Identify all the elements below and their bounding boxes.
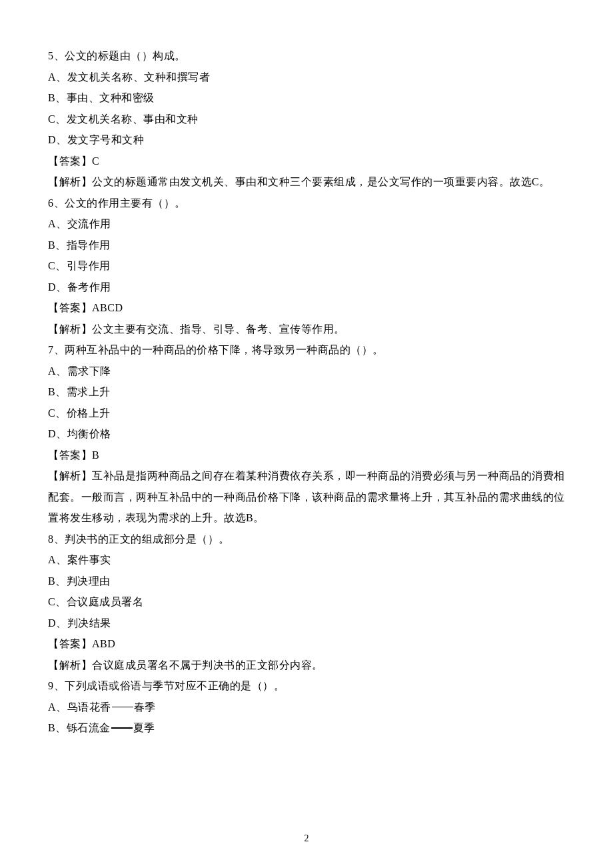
question-stem: 8、判决书的正文的组成部分是（）。 (48, 529, 565, 550)
option-a: A、需求下降 (48, 361, 565, 382)
option-a: A、交流作用 (48, 213, 565, 235)
answer: 【答案】ABD (48, 633, 565, 655)
answer: 【答案】B (48, 445, 565, 466)
option-suffix: 春季 (134, 701, 156, 713)
option-d: D、均衡价格 (48, 423, 565, 445)
option-b: B、事由、文种和密级 (48, 87, 565, 109)
option-d: D、判决结果 (48, 613, 565, 634)
option-d: D、备考作用 (48, 277, 565, 298)
option-c: C、发文机关名称、事由和文种 (48, 109, 565, 130)
explanation: 【解析】公文主要有交流、指导、引导、备考、宣传等作用。 (48, 319, 565, 340)
option-c: C、价格上升 (48, 403, 565, 424)
option-prefix: A、鸟语花香 (48, 701, 111, 713)
option-d: D、发文字号和文种 (48, 129, 565, 151)
question-stem: 5、公文的标题由（）构成。 (48, 45, 565, 67)
answer: 【答案】C (48, 151, 565, 172)
page-number: 2 (0, 833, 613, 844)
option-b: B、铄石流金夏季 (48, 717, 565, 739)
option-prefix: B、铄石流金 (48, 722, 111, 733)
dash-icon (111, 727, 133, 728)
question-stem: 9、下列成语或俗语与季节对应不正确的是（）。 (48, 675, 565, 697)
explanation: 【解析】公文的标题通常由发文机关、事由和文种三个要素组成，是公文写作的一项重要内… (48, 171, 565, 193)
option-b: B、需求上升 (48, 381, 565, 403)
dash-icon (112, 707, 133, 707)
option-suffix: 夏季 (133, 722, 155, 733)
explanation: 【解析】合议庭成员署名不属于判决书的正文部分内容。 (48, 655, 565, 676)
document-page: 5、公文的标题由（）构成。 A、发文机关名称、文种和撰写者 B、事由、文种和密级… (0, 0, 613, 868)
answer: 【答案】ABCD (48, 297, 565, 319)
option-b: B、判决理由 (48, 571, 565, 592)
option-c: C、合议庭成员署名 (48, 591, 565, 613)
option-c: C、引导作用 (48, 255, 565, 277)
question-stem: 6、公文的作用主要有（）。 (48, 193, 565, 214)
option-a: A、发文机关名称、文种和撰写者 (48, 67, 565, 88)
question-stem: 7、两种互补品中的一种商品的价格下降，将导致另一种商品的（）。 (48, 339, 565, 361)
explanation: 【解析】互补品是指两种商品之间存在着某种消费依存关系，即一种商品的消费必须与另一… (48, 465, 565, 529)
option-a: A、案件事实 (48, 549, 565, 571)
option-b: B、指导作用 (48, 235, 565, 256)
option-a: A、鸟语花香春季 (48, 697, 565, 718)
